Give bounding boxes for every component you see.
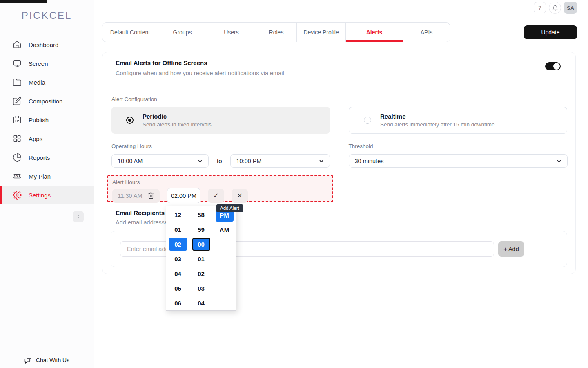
email-alerts-title: Email Alerts for Offline Screens [116,59,284,67]
periodic-option-card[interactable]: Periodic Send alerts in fixed intervals [111,107,330,134]
tab-default-content[interactable]: Default Content [102,23,158,42]
toggle-knob [553,63,560,70]
bell-icon [552,5,558,11]
sidebar-item-label: Screen [29,60,48,67]
tab-groups[interactable]: Groups [158,23,207,42]
sidebar-item-apps[interactable]: Apps [0,129,94,148]
alert-hours-zone: Alert Hours 11:30 AM 02:00 PM ✓ ✕ [107,175,333,202]
minute-option[interactable]: 58 [192,209,210,222]
periodic-subtitle: Send alerts in fixed intervals [143,121,212,128]
realtime-title: Realtime [380,113,495,120]
sidebar-nav: Dashboard Screen Media Composition Publi… [0,35,94,204]
chevron-down-icon [319,159,324,164]
sidebar-item-label: Dashboard [29,41,58,48]
notification-bell-button[interactable] [549,2,561,14]
hours-column: 12 01 02 03 04 05 06 [166,208,189,310]
topbar: ? SA [94,0,588,16]
sidebar-item-label: Publish [29,117,49,123]
tab-device-profile[interactable]: Device Profile [296,23,345,42]
alert-time-chip[interactable]: 11:30 AM [112,189,160,203]
grid-icon [13,134,22,143]
new-alert-time-input[interactable]: 02:00 PM [167,188,200,203]
operating-hours-from-select[interactable]: 10:00 AM [111,154,209,168]
sidebar-item-settings[interactable]: Settings [0,186,94,204]
tab-bar: Default Content Groups Users Roles Devic… [102,22,450,42]
period-column: PM AM [213,208,236,310]
from-time-value: 10:00 AM [118,158,143,164]
sidebar-item-media[interactable]: Media [0,73,94,92]
operating-hours-label: Operating Hours [111,143,330,150]
sidebar-item-label: Apps [29,135,42,142]
alert-configuration-label: Alert Configuration [111,96,567,103]
sidebar-item-reports[interactable]: Reports [0,148,94,167]
update-button[interactable]: Update [524,25,577,39]
minute-option[interactable]: 03 [192,282,210,295]
close-icon: ✕ [237,192,242,200]
sidebar-item-label: Media [29,79,45,86]
minute-option-selected[interactable]: 00 [192,238,210,251]
chevron-down-icon [198,159,203,164]
sidebar-item-dashboard[interactable]: Dashboard [0,35,94,54]
sidebar-item-publish[interactable]: Publish [0,110,94,129]
gear-icon [13,191,22,200]
hour-option[interactable]: 06 [169,297,187,310]
sidebar-item-composition[interactable]: Composition [0,92,94,110]
svg-text:$: $ [16,175,18,178]
operating-hours-to-select[interactable]: 10:00 PM [230,154,330,168]
realtime-subtitle: Send alerts immediately after 15 min dow… [380,121,495,128]
pickcel-logo: PICKCEL [0,10,94,21]
email-alerts-subtitle: Configure when and how you receive alert… [116,70,284,77]
alert-configuration-section: Alert Configuration Periodic Send alerts… [111,96,567,134]
add-alert-tooltip: Add Alert [216,204,243,212]
minutes-column: 58 59 00 01 02 03 04 [189,208,213,310]
minute-option[interactable]: 59 [192,223,210,236]
chat-icon [24,356,32,364]
hour-option[interactable]: 04 [169,267,187,280]
tab-users[interactable]: Users [207,23,256,42]
email-alerts-header: Email Alerts for Offline Screens Configu… [102,52,575,77]
period-option[interactable]: AM [216,224,234,236]
help-button[interactable]: ? [534,2,546,13]
monitor-icon [13,59,22,68]
minute-option[interactable]: 04 [192,297,210,310]
minute-option[interactable]: 02 [192,267,210,280]
threshold-select[interactable]: 30 minutes [349,154,568,168]
hour-option[interactable]: 03 [169,253,187,265]
tab-apis[interactable]: APIs [403,23,450,42]
hour-option[interactable]: 01 [169,223,187,236]
minute-option[interactable]: 01 [192,253,210,265]
pie-chart-icon [13,153,22,162]
top-left-strip [0,0,47,3]
trash-icon[interactable] [147,192,154,199]
radio-selected-icon[interactable] [126,117,134,124]
time-picker-dropdown: 12 01 02 03 04 05 06 58 59 00 01 02 03 0… [166,206,236,311]
sidebar-item-screen[interactable]: Screen [0,54,94,73]
tab-alerts[interactable]: Alerts [345,23,403,42]
tab-roles[interactable]: Roles [256,23,296,42]
ticket-icon: $ [13,172,22,181]
cancel-alert-button[interactable]: ✕ [232,189,248,203]
tabs-row: Default Content Groups Users Roles Devic… [102,22,577,42]
chevron-down-icon [557,159,561,164]
sidebar-collapse-button[interactable] [73,211,84,222]
chat-with-us-button[interactable]: Chat With Us [0,352,94,368]
sidebar-item-my-plan[interactable]: $ My Plan [0,167,94,186]
email-alerts-toggle[interactable] [545,62,561,70]
chat-label: Chat With Us [36,357,69,364]
hour-option[interactable]: 12 [169,209,187,222]
hour-option[interactable]: 05 [169,282,187,295]
add-email-button[interactable]: + Add [498,241,524,257]
avatar[interactable]: SA [564,2,577,14]
confirm-alert-button[interactable]: ✓ [208,189,224,203]
alert-hours-label: Alert Hours [112,179,328,186]
threshold-label: Threshold [349,143,568,150]
chevron-left-icon [76,214,81,219]
main-content: ? SA Default Content Groups Users Roles … [94,0,588,368]
to-label: to [217,157,222,164]
hour-option-selected[interactable]: 02 [169,238,187,251]
question-mark-icon: ? [538,4,541,11]
realtime-option-card[interactable]: Realtime Send alerts immediately after 1… [349,107,567,134]
radio-unselected-icon[interactable] [364,117,371,124]
periodic-title: Periodic [143,113,212,120]
hours-threshold-row: Operating Hours 10:00 AM to 10:00 PM Thr… [111,143,567,168]
